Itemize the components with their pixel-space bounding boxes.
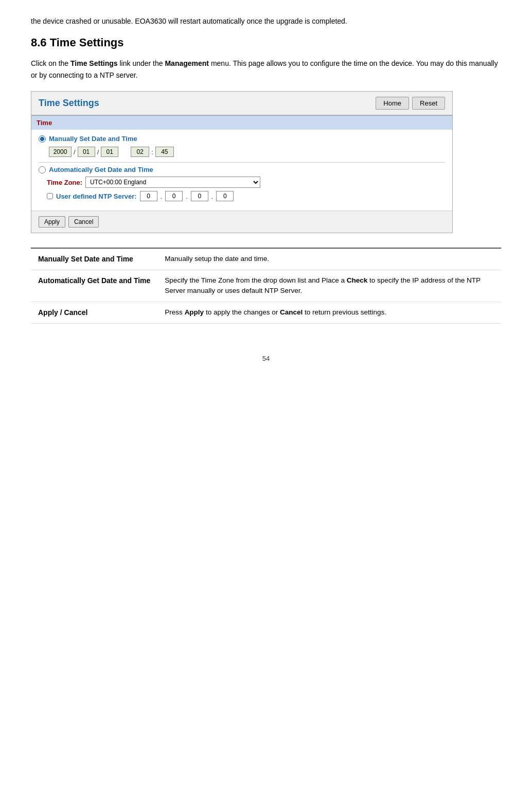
ui-title: Time Settings [39,98,99,109]
ntp-dot2: . [186,193,188,200]
time-section-bar: Time [31,115,452,130]
ntp-octet3[interactable] [191,191,208,201]
desc-text2: link under the [118,59,165,67]
ntp-dot3: . [211,193,214,200]
ntp-row: User defined NTP Server: . . . [47,191,445,201]
term-apply-cancel: Apply / Cancel [31,302,157,323]
page-footer: 54 [31,355,501,362]
date-sep2: / [97,148,99,156]
timezone-select[interactable]: UTC+00:00 England [85,177,260,188]
ntp-octet2[interactable] [165,191,183,201]
term-manual: Manually Set Date and Time [31,248,157,270]
date-time-group: / / : [49,147,445,157]
intro-text: the device crashed or unusable. EOA3630 … [31,15,501,27]
ui-screenshot: Time Settings Home Reset Time Manually S… [31,91,453,233]
auto-radio[interactable] [39,166,46,173]
def-manual: Manually setup the date and time. [157,248,501,270]
timezone-label: Time Zone: [47,179,82,186]
timezone-row: Time Zone: UTC+00:00 England [47,177,445,188]
minute-input[interactable] [155,147,174,157]
ntp-dot1: . [161,193,163,200]
form-divider [39,162,445,163]
table-row: Automatically Get Date and Time Specify … [31,270,501,302]
ntp-checkbox[interactable] [47,193,53,199]
auto-row: Automatically Get Date and Time [39,166,445,173]
description-table: Manually Set Date and Time Manually setu… [31,248,501,324]
reset-button[interactable]: Reset [412,97,445,110]
manual-radio[interactable] [39,135,46,143]
desc-bold1: Time Settings [70,59,118,67]
hour-input[interactable] [131,147,149,157]
ntp-label: User defined NTP Server: [56,193,137,200]
ui-header: Time Settings Home Reset [31,92,452,115]
cancel-button[interactable]: Cancel [68,216,99,228]
form-area: Manually Set Date and Time / / : Automat… [31,130,452,211]
ntp-octet1[interactable] [140,191,157,201]
section-description: Click on the Time Settings link under th… [31,58,501,81]
ui-body: Time Manually Set Date and Time / / : [31,115,452,233]
table-row: Manually Set Date and Time Manually setu… [31,248,501,270]
def-auto: Specify the Time Zone from the drop down… [157,270,501,302]
manual-label: Manually Set Date and Time [49,135,137,143]
manual-row: Manually Set Date and Time [39,135,445,143]
page-number: 54 [262,355,270,362]
section-heading: 8.6 Time Settings [31,36,501,49]
term-auto: Automatically Get Date and Time [31,270,157,302]
desc-text1: Click on the [31,59,70,67]
apply-button[interactable]: Apply [39,216,65,228]
ui-header-buttons: Home Reset [376,97,445,110]
date-sep1: / [74,148,76,156]
def-apply-cancel: Press Apply to apply the changes or Canc… [157,302,501,323]
home-button[interactable]: Home [376,97,409,110]
ntp-octet4[interactable] [216,191,234,201]
month-input[interactable] [78,147,95,157]
table-row: Apply / Cancel Press Apply to apply the … [31,302,501,323]
day-input[interactable] [101,147,118,157]
year-input[interactable] [49,147,72,157]
auto-label: Automatically Get Date and Time [49,166,153,173]
action-row: Apply Cancel [31,211,452,233]
desc-bold2: Management [165,59,209,67]
time-sep: : [151,148,153,156]
